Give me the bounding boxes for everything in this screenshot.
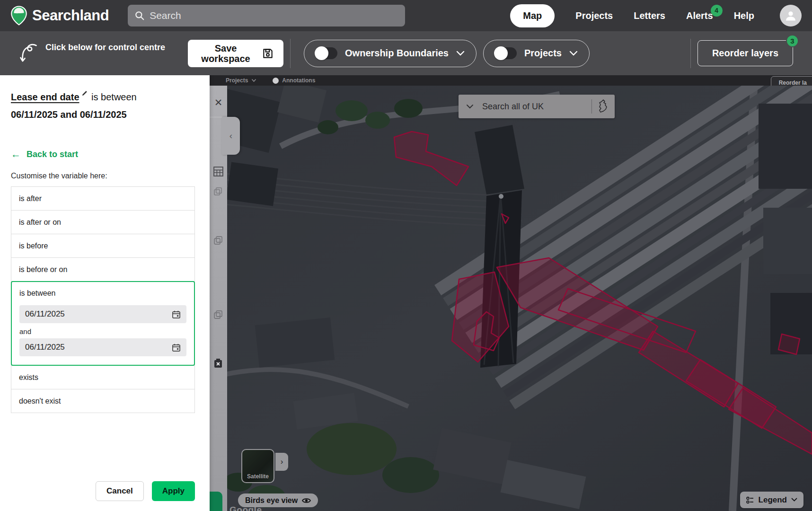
eye-icon [302, 497, 311, 504]
map-canvas[interactable]: Search all of UK Satellite › Birds eye v… [210, 75, 812, 511]
satellite-view-thumbnail[interactable]: Satellite [241, 449, 274, 483]
save-workspace-label: Save workspace [197, 43, 254, 64]
nav-tab-help[interactable]: Help [734, 10, 754, 21]
option-doesnt-exist[interactable]: doesn't exist [11, 389, 195, 413]
chevron-down-icon[interactable] [569, 51, 578, 56]
nav-tab-projects[interactable]: Projects [575, 10, 613, 21]
arrow-left-icon: ← [11, 149, 21, 160]
copy-icon[interactable] [213, 236, 223, 246]
apply-button[interactable]: Apply [152, 481, 195, 501]
nav-tab-letters[interactable]: Letters [634, 10, 665, 21]
divider [591, 99, 592, 114]
annotations-toggle-knob [273, 78, 279, 84]
search-icon [134, 10, 145, 21]
map-search-box[interactable]: Search all of UK [459, 95, 615, 118]
table-view-icon[interactable] [213, 167, 223, 176]
delete-icon[interactable] [213, 358, 223, 368]
ownership-boundaries-toggle[interactable] [316, 47, 337, 59]
date-to-input[interactable] [25, 343, 172, 352]
filter-editor-panel: Lease end date is between 06/11/2025 and… [0, 75, 210, 511]
primary-nav: Map Projects Letters Alerts 4 Help [510, 4, 802, 27]
brand-name: Searchland [32, 7, 109, 24]
date-to-field[interactable] [19, 338, 186, 356]
nav-tab-alerts[interactable]: Alerts 4 [686, 10, 713, 21]
toolbar-divider [690, 39, 691, 68]
date-from-input[interactable] [25, 309, 172, 319]
strip-annotations-label: Annotations [282, 77, 315, 84]
option-is-after[interactable]: is after [11, 186, 195, 211]
chevron-right-icon: › [281, 457, 283, 467]
calendar-icon[interactable] [172, 310, 181, 319]
option-is-before[interactable]: is before [11, 234, 195, 258]
legend-button[interactable]: Legend [740, 492, 803, 508]
chevron-down-icon [251, 79, 256, 82]
strip-projects[interactable]: Projects [226, 77, 256, 84]
curved-arrow-icon [19, 42, 39, 65]
reorder-layers-label: Reorder layers [712, 48, 778, 58]
collapse-panel-tab[interactable]: ‹ [222, 117, 240, 155]
option-is-between-selected[interactable]: is between and [11, 281, 195, 366]
ownership-boundaries-layer-pill[interactable]: Ownership Boundaries [304, 40, 477, 67]
edit-pencil-icon[interactable] [81, 90, 88, 97]
uk-outline-icon[interactable] [598, 99, 608, 114]
chevron-down-icon[interactable] [466, 104, 474, 109]
alerts-count-badge: 4 [711, 5, 723, 17]
projects-layer-pill[interactable]: Projects [483, 40, 590, 67]
strip-projects-label: Projects [226, 77, 248, 84]
clipped-green-button[interactable] [210, 492, 222, 511]
satellite-thumbnail-label: Satellite [247, 473, 269, 480]
nav-tab-alerts-label: Alerts [686, 10, 713, 21]
copy-icon[interactable] [213, 187, 223, 197]
layers-toolbar: Click below for control centre Save work… [0, 31, 812, 75]
searchland-logo-icon [10, 6, 27, 26]
back-to-start-link[interactable]: ← Back to start [11, 149, 78, 160]
reorder-layers-button[interactable]: Reorder layers 3 [697, 40, 793, 66]
cancel-button[interactable]: Cancel [96, 481, 144, 501]
calendar-icon[interactable] [172, 343, 181, 352]
satellite-map-image [210, 75, 812, 511]
date-from-field[interactable] [19, 305, 186, 323]
filter-values-text: 06/11/2025 and 06/11/2025 [11, 109, 195, 120]
save-icon [262, 47, 274, 60]
filter-variable-link[interactable]: Lease end date [11, 92, 79, 102]
strip-annotations[interactable]: Annotations [273, 77, 315, 84]
top-navbar: Searchland Map Projects Letters Alerts 4… [0, 0, 812, 31]
option-is-after-or-on[interactable]: is after or on [11, 210, 195, 234]
collapsed-panel-edge: ✕ ‹ [210, 86, 227, 511]
birds-eye-view-label: Birds eye view [245, 496, 298, 505]
projects-toggle[interactable] [495, 47, 517, 59]
filter-summary: Lease end date is between [11, 91, 195, 103]
operator-options-list: is after is after or on is before is bef… [11, 186, 195, 413]
copy-icon[interactable] [213, 310, 223, 320]
user-avatar[interactable] [780, 5, 802, 26]
filter-operator-text: is between [91, 92, 137, 102]
reorder-layers-badge: 3 [786, 35, 799, 47]
chevron-down-icon [791, 498, 797, 502]
toolbar-divider [290, 39, 291, 68]
ownership-boundaries-label: Ownership Boundaries [345, 48, 449, 59]
legend-icon [746, 496, 754, 504]
nav-tab-map[interactable]: Map [510, 4, 555, 27]
strip-reorder-button-clipped[interactable]: Reorder la [771, 76, 812, 86]
global-search[interactable] [128, 5, 405, 26]
option-exists[interactable]: exists [11, 365, 195, 389]
map-type-expand-tab[interactable]: › [275, 453, 288, 471]
save-workspace-button[interactable]: Save workspace [188, 40, 283, 67]
close-icon[interactable]: ✕ [210, 97, 227, 108]
google-logo: Google [229, 505, 262, 511]
brand[interactable]: Searchland [10, 6, 109, 26]
is-between-label: is between [19, 289, 186, 298]
clipped-layer-strip: Projects Annotations Reorder la [210, 75, 812, 86]
panel-actions: Cancel Apply [96, 481, 195, 501]
option-is-before-or-on[interactable]: is before or on [11, 257, 195, 282]
search-input[interactable] [150, 10, 398, 21]
and-label: and [19, 327, 186, 335]
legend-label: Legend [759, 495, 787, 505]
back-to-start-label: Back to start [26, 150, 78, 159]
control-centre-hint: Click below for control centre [19, 42, 165, 65]
chevron-down-icon[interactable] [456, 51, 465, 56]
control-centre-hint-text: Click below for control centre [45, 42, 165, 53]
projects-layer-label: Projects [524, 48, 562, 59]
customise-label: Customise the variable here: [11, 172, 210, 180]
map-search-label: Search all of UK [482, 102, 591, 112]
